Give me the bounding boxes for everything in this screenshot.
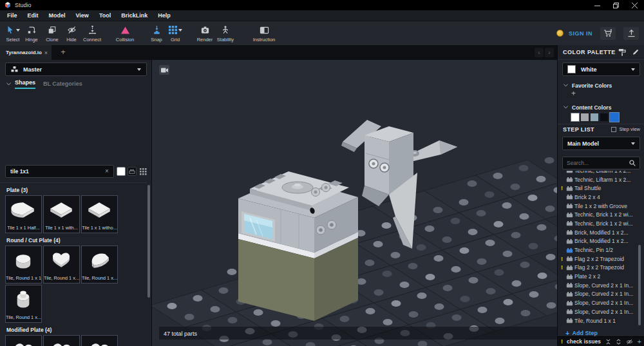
menu-model[interactable]: Model [44,10,71,21]
minimize-icon[interactable] [588,0,607,10]
parts-scrollbar[interactable] [147,185,150,343]
paint-roller-icon[interactable] [618,48,626,56]
coin-icon [556,30,564,37]
menu-tool[interactable]: Tool [94,10,116,21]
color-dropdown[interactable]: White [562,62,640,76]
step-item-label: Technic, Liftarm 1 x 2... [574,171,630,174]
stability-tool-button[interactable]: Stability [210,24,241,43]
step-list-item[interactable]: Technic, Pin 1/2 [558,245,641,255]
upload-button[interactable] [623,27,639,40]
connect-icon [88,25,97,35]
add-issue-icon[interactable]: + [638,338,641,345]
part-item[interactable]: Tile 1 x 1 with... [43,195,80,233]
content-color-swatch[interactable] [610,113,619,122]
tab-shapes[interactable]: Shapes [15,79,35,89]
step-list-item[interactable]: !Flag 2 x 2 Trapezoid [558,264,641,273]
step-list-item[interactable]: Brick 2 x 4 [558,193,641,202]
new-tab-button[interactable]: + [57,45,70,60]
step-list-item[interactable]: Tile, Round 1 x 1 [558,316,641,325]
content-colors-section[interactable]: Content Colors [558,103,644,111]
step-list-item[interactable]: Brick, Modified 1 x 2... [558,228,641,237]
step-view-checkbox[interactable] [611,127,616,132]
part-item[interactable]: Tile, Round 1 x... [5,285,42,323]
step-list-item[interactable]: Slope, Curved 2 x 1 In... [558,281,641,290]
model-selector-dropdown[interactable]: Master [5,62,147,76]
step-list-item[interactable]: Technic, Brick 1 x 2 wi... [558,210,641,219]
tab-scroll-right-icon[interactable]: › [545,48,554,57]
grid-tool-button[interactable]: Grid [161,24,189,43]
content-color-swatch[interactable] [591,113,598,121]
hide-steps-icon[interactable] [626,339,633,345]
camera-view-button[interactable] [159,65,169,75]
sign-in-button[interactable]: SIGN IN [569,30,592,37]
parts-category-title: Round / Cut Plate (4) [6,237,147,244]
total-parts-label: 47 total parts [159,327,197,340]
content-color-swatch[interactable] [600,113,608,121]
collapse-chevron-icon[interactable] [564,84,568,87]
model-body[interactable] [238,171,358,321]
add-favorite-color-button[interactable]: + [571,89,576,98]
scrollbar-thumb[interactable] [638,245,641,325]
part-item[interactable]: Tile 1 x 1 witho... [81,195,118,233]
tab-tyrannazoid[interactable]: Tyrannazoid.io × [0,45,52,60]
step-list-item[interactable]: Slope, Curved 2 x 1 In... [558,307,641,316]
menu-bricklink[interactable]: BrickLink [116,10,153,21]
part-label: Tile, Round 1 x 1 [6,274,41,282]
collapse-chevron-icon[interactable] [564,106,568,109]
menu-help[interactable]: Help [153,10,176,21]
viewport-3d[interactable]: 47 total parts [152,60,557,346]
step-list-item[interactable]: !Tail Shuttle [558,184,641,193]
instruction-tool-button[interactable]: Instruction [246,24,282,43]
stability-icon [221,25,230,35]
step-list-item[interactable]: Brick, Modified 1 x 2... [558,237,641,246]
part-thumbnail [6,246,41,274]
menu-edit[interactable]: Edit [23,10,44,21]
part-item[interactable] [5,335,42,346]
check-issues-button[interactable]: check issues [567,338,605,345]
color-filter-swatch[interactable] [117,167,126,176]
step-list-item[interactable]: Tile 1 x 2 with Groove [558,202,641,211]
step-list-scrollbar[interactable] [638,173,641,327]
collapse-chevron-icon[interactable] [6,82,11,86]
part-item[interactable] [43,335,80,346]
tab-scroll-left-icon[interactable]: ‹ [535,48,544,57]
content-color-swatch[interactable] [581,113,589,121]
part-item[interactable] [81,335,118,346]
step-search-input[interactable] [567,160,629,166]
close-icon[interactable] [625,0,644,10]
menu-file[interactable]: File [2,10,23,21]
step-list-item[interactable]: Technic, Liftarm 1 x 2... [558,175,641,184]
step-list-item[interactable]: Slope, Curved 2 x 1 In... [558,298,641,307]
maximize-icon[interactable] [607,0,625,10]
warning-icon: ! [561,338,563,345]
grid-view-icon[interactable] [138,167,147,176]
step-list-item[interactable]: Plate 2 x 2 [558,272,641,281]
part-item[interactable]: Tile, Round 1 x 1 [5,245,42,284]
expand-all-icon[interactable] [616,339,621,345]
step-model-dropdown[interactable]: Main Model [562,137,640,150]
step-list-item[interactable]: Technic, Liftarm 1 x 2... [558,171,641,175]
step-list-item[interactable]: Technic, Brick 1 x 2 wi... [558,219,641,228]
brick-filter-icon[interactable] [128,167,137,176]
part-item[interactable]: Tile 1 x 1 Half... [5,195,42,233]
tab-close-icon[interactable]: × [44,50,48,56]
part-item[interactable]: Tile, Round 1 x... [43,245,80,284]
step-list-item[interactable]: !Flag 2 x 2 Trapezoid [558,255,641,264]
wishlist-cart-button[interactable] [600,27,616,40]
content-color-swatch[interactable] [571,113,579,121]
part-item[interactable]: Tile, Round 1 x... [81,245,118,284]
parts-search-input[interactable] [5,165,114,178]
collision-tool-button[interactable]: Collision [109,24,141,43]
scrollbar-thumb[interactable] [147,185,150,298]
clear-search-icon[interactable]: × [105,168,109,175]
collapse-all-icon[interactable] [605,339,611,345]
studio-logo-icon [5,2,11,8]
tab-bl-categories[interactable]: BL Categories [43,81,82,87]
viewport-canvas[interactable] [152,60,557,346]
grid-dropdown-caret[interactable] [178,29,182,32]
menu-view[interactable]: View [71,10,94,21]
step-list-item[interactable]: Slope, Curved 2 x 1 In... [558,290,641,299]
step-item-label: Brick, Modified 1 x 2... [574,229,629,236]
eyedropper-icon[interactable] [632,49,639,56]
connect-tool-button[interactable]: Connect [78,24,106,43]
